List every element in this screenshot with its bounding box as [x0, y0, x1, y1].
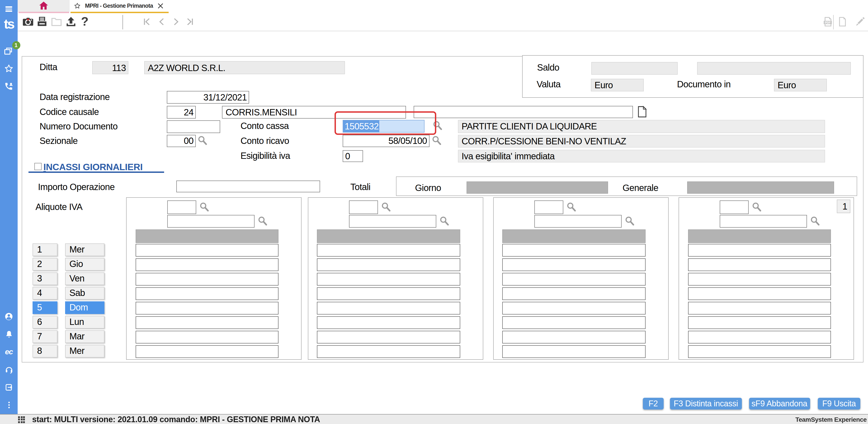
- day-number-2[interactable]: 2: [33, 258, 57, 271]
- export-pdf-icon[interactable]: PDF: [822, 16, 833, 27]
- notifications-bell-icon[interactable]: [0, 330, 18, 339]
- iva-amount-input[interactable]: [502, 244, 645, 257]
- iva-amount-input[interactable]: [317, 345, 460, 358]
- close-tab-icon[interactable]: [157, 3, 164, 9]
- folder-open-icon[interactable]: [50, 16, 62, 28]
- numero-documento-input[interactable]: [167, 120, 220, 133]
- iva-code-input[interactable]: [167, 200, 196, 214]
- iva-amount-input[interactable]: [502, 258, 645, 271]
- iva-descr-search-icon[interactable]: [810, 216, 820, 228]
- iva-descr-search-icon[interactable]: [439, 216, 450, 228]
- codice-causale-input[interactable]: 24: [167, 106, 196, 118]
- iva-amount-input[interactable]: [135, 331, 278, 343]
- favorites-star-icon[interactable]: [0, 63, 18, 73]
- nav-prev-icon[interactable]: [157, 17, 166, 27]
- day-name-5-selected[interactable]: Dom: [65, 301, 104, 314]
- f2-button[interactable]: F2: [643, 398, 663, 409]
- day-name-2[interactable]: Gio: [65, 258, 104, 271]
- iva-amount-input[interactable]: [502, 345, 645, 358]
- teamsystem-logo[interactable]: ts: [0, 16, 18, 32]
- edit-pencil-icon[interactable]: [854, 16, 866, 28]
- iva-descr-search-icon[interactable]: [624, 216, 635, 228]
- day-name-7[interactable]: Mar: [65, 330, 104, 343]
- iva-amount-input[interactable]: [135, 345, 278, 358]
- day-number-7[interactable]: 7: [33, 330, 57, 343]
- iva-amount-input[interactable]: [135, 302, 278, 314]
- contacts-phone-icon[interactable]: [0, 81, 18, 91]
- iva-amount-input[interactable]: [502, 287, 645, 300]
- iva-amount-input[interactable]: [688, 331, 831, 343]
- sf9-abbandona-button[interactable]: sF9 Abbandona: [749, 398, 810, 409]
- home-tab[interactable]: [18, 0, 70, 11]
- iva-code-input[interactable]: [720, 200, 749, 214]
- day-number-4[interactable]: 4: [33, 287, 57, 300]
- iva-amount-input[interactable]: [135, 258, 278, 271]
- f9-uscita-button[interactable]: F9 Uscita: [818, 398, 860, 409]
- iva-code-search-icon[interactable]: [380, 202, 391, 215]
- iva-descr-input[interactable]: [167, 215, 254, 228]
- ec-app-icon[interactable]: ec: [0, 347, 18, 357]
- iva-amount-input[interactable]: [502, 302, 645, 314]
- conto-ricavo-search-icon[interactable]: [431, 135, 442, 146]
- new-document-icon[interactable]: [837, 16, 848, 27]
- tab-mpri[interactable]: MPRI - Gestione Primanota: [70, 0, 168, 11]
- iva-amount-input[interactable]: [317, 331, 460, 343]
- iva-descr-search-icon[interactable]: [257, 216, 268, 228]
- iva-amount-input[interactable]: [688, 258, 831, 271]
- iva-code-search-icon[interactable]: [751, 202, 762, 215]
- iva-amount-input[interactable]: [502, 316, 645, 329]
- iva-code-input[interactable]: [349, 200, 378, 214]
- favorite-star-icon[interactable]: [74, 2, 81, 9]
- support-headset-icon[interactable]: [0, 365, 18, 375]
- logout-icon[interactable]: [0, 383, 18, 392]
- day-number-5-selected[interactable]: 5: [33, 301, 57, 314]
- day-number-8[interactable]: 8: [33, 345, 57, 358]
- iva-amount-input[interactable]: [688, 302, 831, 314]
- apps-grid-icon[interactable]: [18, 416, 27, 423]
- iva-amount-input[interactable]: [135, 273, 278, 285]
- iva-code-search-icon[interactable]: [199, 202, 210, 215]
- day-name-4[interactable]: Sab: [65, 287, 104, 300]
- windows-notification-icon[interactable]: 1: [0, 44, 18, 56]
- nav-first-icon[interactable]: [142, 17, 152, 27]
- iva-amount-input[interactable]: [502, 273, 645, 285]
- more-options-icon[interactable]: [0, 400, 18, 410]
- account-icon[interactable]: [0, 311, 18, 321]
- sezionale-search-icon[interactable]: [197, 135, 208, 146]
- iva-code-input[interactable]: [534, 200, 563, 214]
- iva-amount-input[interactable]: [317, 316, 460, 329]
- screenshot-camera-icon[interactable]: [22, 16, 34, 28]
- iva-amount-input[interactable]: [135, 316, 278, 329]
- iva-code-search-icon[interactable]: [566, 202, 577, 215]
- iva-descr-input[interactable]: [534, 215, 621, 228]
- esigibilita-iva-input[interactable]: 0: [342, 150, 363, 162]
- incassi-checkbox[interactable]: [34, 163, 41, 170]
- iva-amount-input[interactable]: [688, 244, 831, 257]
- sezionale-input[interactable]: 00: [167, 135, 196, 147]
- iva-amount-input[interactable]: [688, 287, 831, 300]
- iva-amount-input[interactable]: [317, 244, 460, 257]
- iva-amount-input[interactable]: [688, 345, 831, 358]
- causale-descr2-field[interactable]: [413, 106, 633, 118]
- f3-distinta-incassi-button[interactable]: F3 Distinta incassi: [670, 398, 742, 409]
- importo-operazione-input[interactable]: [176, 180, 320, 192]
- iva-amount-input[interactable]: [135, 244, 278, 257]
- help-icon[interactable]: ?: [81, 15, 89, 29]
- iva-amount-input[interactable]: [317, 302, 460, 314]
- menu-hamburger-icon[interactable]: [0, 4, 18, 14]
- conto-ricavo-input[interactable]: 58/05/100: [342, 135, 429, 147]
- iva-amount-input[interactable]: [317, 287, 460, 300]
- print-icon[interactable]: [36, 16, 48, 28]
- iva-amount-input[interactable]: [688, 273, 831, 285]
- iva-descr-input[interactable]: [720, 215, 807, 228]
- day-name-1[interactable]: Mer: [65, 243, 104, 256]
- day-name-6[interactable]: Lun: [65, 316, 104, 329]
- nav-next-icon[interactable]: [171, 17, 181, 27]
- day-number-1[interactable]: 1: [33, 243, 57, 256]
- iva-amount-input[interactable]: [135, 287, 278, 300]
- day-name-3[interactable]: Ven: [65, 272, 104, 285]
- nav-last-icon[interactable]: [185, 17, 195, 27]
- day-name-8[interactable]: Mer: [65, 345, 104, 358]
- iva-amount-input[interactable]: [502, 331, 645, 343]
- iva-descr-input[interactable]: [349, 215, 436, 228]
